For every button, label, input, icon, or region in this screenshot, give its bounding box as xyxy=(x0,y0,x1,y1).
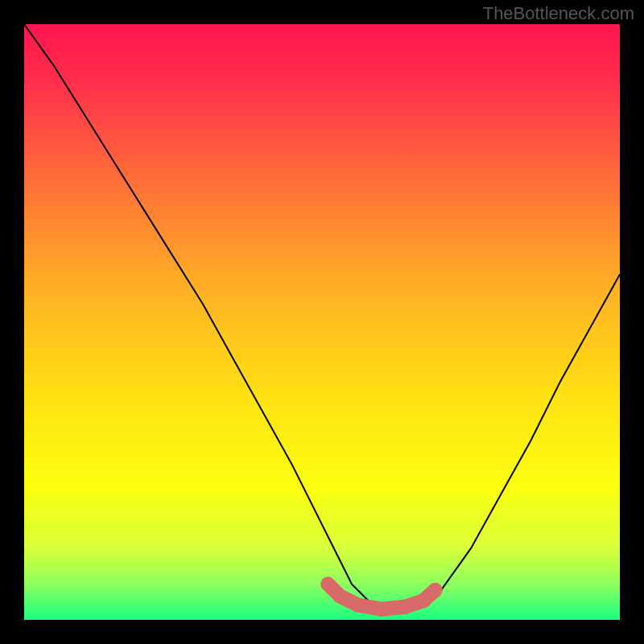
svg-point-9 xyxy=(374,602,389,617)
svg-point-8 xyxy=(350,598,365,613)
gradient-background xyxy=(24,24,620,620)
chart-svg xyxy=(24,24,620,620)
svg-point-12 xyxy=(428,583,443,597)
svg-point-11 xyxy=(416,593,431,608)
watermark-text: TheBottleneck.com xyxy=(483,3,634,24)
bottleneck-chart xyxy=(24,24,620,620)
svg-point-7 xyxy=(332,588,347,603)
svg-point-6 xyxy=(320,577,335,592)
svg-point-10 xyxy=(398,600,413,614)
